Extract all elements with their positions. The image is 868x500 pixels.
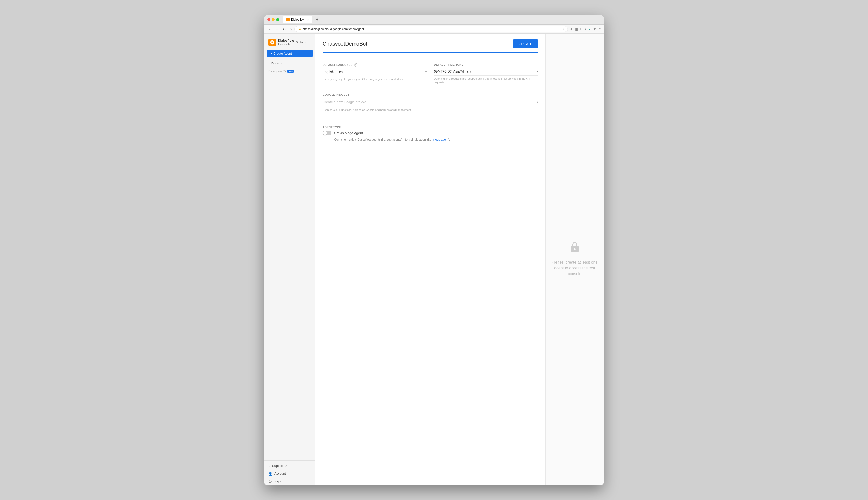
- maximize-button[interactable]: [276, 18, 279, 21]
- timezone-field: DEFAULT TIME ZONE (GMT+6:00) Asia/Almaty…: [434, 63, 538, 84]
- agent-name-row: CREATE: [323, 39, 538, 53]
- tab-bar: Dialogflow ✕ +: [283, 16, 601, 23]
- agent-name-input[interactable]: [323, 41, 509, 47]
- power-icon: ⏻: [268, 479, 272, 483]
- environment-selector[interactable]: Global ▾: [296, 41, 306, 44]
- sidebar-item-logout[interactable]: ⏻ Logout: [265, 477, 315, 485]
- browser-tab[interactable]: Dialogflow ✕: [283, 16, 312, 23]
- dropdown-arrow-icon-tz: ▾: [537, 70, 538, 73]
- form-area: CREATE DEFAULT LANGUAGE ? English — en ▾: [315, 34, 545, 485]
- account-icon: 👤: [268, 471, 273, 476]
- browser-window: Dialogflow ✕ + ← → ↻ ⌂ 🔒 https://dialogf…: [265, 15, 603, 485]
- google-project-select[interactable]: Create a new Google project ▾: [323, 98, 538, 106]
- lock-icon: [569, 242, 580, 255]
- tab-close-button[interactable]: ✕: [307, 18, 309, 21]
- logo-icon: [268, 38, 276, 46]
- right-panel-message: Please, create at least one agent to acc…: [552, 260, 598, 277]
- toolbar-icons: ⬇ ||| □ ℹ ● ▼ ≡: [570, 27, 601, 31]
- address-bar: ← → ↻ ⌂ 🔒 https://dialogflow.cloud.googl…: [265, 25, 603, 34]
- timezone-hint: Date and time requests are resolved usin…: [434, 77, 538, 84]
- dialogflow-cx-label: Dialogflow CX: [268, 70, 287, 73]
- right-panel: Please, create at least one agent to acc…: [545, 34, 603, 485]
- language-timezone-row: DEFAULT LANGUAGE ? English — en ▾ Primar…: [323, 58, 538, 90]
- info-icon[interactable]: ℹ: [585, 27, 586, 31]
- logo-title: Dialogflow: [278, 39, 294, 43]
- filter-icon[interactable]: ▼: [593, 27, 596, 31]
- dropdown-arrow-icon-project: ▾: [537, 100, 538, 104]
- google-project-label: GOOGLE PROJECT: [323, 89, 538, 98]
- star-icon[interactable]: ☆: [562, 27, 564, 30]
- language-value: English — en: [323, 70, 343, 74]
- support-label: Support: [272, 464, 283, 467]
- google-project-section: GOOGLE PROJECT Create a new Google proje…: [323, 89, 538, 112]
- language-label: DEFAULT LANGUAGE ?: [323, 63, 427, 67]
- pocket-icon[interactable]: ⬇: [570, 27, 573, 31]
- agent-type-label: AGENT TYPE: [323, 122, 538, 130]
- sidebar-item-support[interactable]: ? Support ↗: [265, 462, 315, 470]
- sidebar-logo: Dialogflow Essentials Global ▾: [265, 36, 315, 50]
- project-placeholder: Create a new Google project: [323, 100, 366, 104]
- home-button[interactable]: ⌂: [289, 27, 292, 32]
- sidebar-bottom: ? Support ↗ 👤 Account ⏻ Logout: [265, 460, 315, 485]
- logo-subtitle: Essentials: [278, 43, 294, 46]
- chevron-down-icon: ▾: [304, 41, 306, 44]
- logo-text: Dialogflow Essentials: [278, 39, 294, 46]
- timezone-value: (GMT+6:00) Asia/Almaty: [434, 69, 471, 73]
- mega-agent-toggle[interactable]: [323, 130, 331, 135]
- dropdown-arrow-icon: ▾: [425, 70, 427, 73]
- url-bar[interactable]: 🔒 https://dialogflow.cloud.google.com/#/…: [294, 26, 568, 32]
- external-link-icon: ↗: [280, 62, 282, 65]
- language-help-icon[interactable]: ?: [354, 63, 358, 67]
- security-icon: 🔒: [298, 27, 301, 30]
- mega-agent-toggle-row: Set as Mega Agent: [323, 130, 538, 135]
- new-badge: new: [288, 70, 293, 73]
- toggle-knob: [323, 131, 327, 135]
- external-link-icon: ↗: [285, 464, 287, 467]
- refresh-button[interactable]: ↻: [282, 27, 287, 32]
- main-layout: Dialogflow Essentials Global ▾ + Create …: [265, 34, 603, 485]
- mega-agent-link[interactable]: mega agent: [433, 138, 448, 141]
- content-area: CREATE DEFAULT LANGUAGE ? English — en ▾: [315, 34, 603, 485]
- mega-agent-label: Set as Mega Agent: [334, 131, 363, 135]
- dialogflow-cx-item[interactable]: Dialogflow CX new: [265, 67, 315, 74]
- account-label: Account: [274, 471, 286, 475]
- create-agent-button[interactable]: + Create Agent: [267, 50, 313, 57]
- create-button[interactable]: CREATE: [513, 39, 538, 48]
- logout-label: Logout: [274, 479, 283, 483]
- language-hint: Primary language for your agent. Other l…: [323, 78, 427, 81]
- chevron-right-icon: ›: [268, 61, 269, 65]
- project-hint: Enables Cloud functions, Actions on Goog…: [323, 109, 412, 111]
- sidebar-item-docs[interactable]: › Docs ↗: [265, 60, 315, 67]
- tab-favicon: [286, 18, 290, 21]
- docs-label: Docs: [271, 61, 279, 65]
- agent-type-section: AGENT TYPE Set as Mega Agent Combine mul…: [323, 118, 538, 146]
- timezone-label: DEFAULT TIME ZONE: [434, 63, 538, 66]
- environment-label: Global: [296, 41, 304, 44]
- ublock-icon[interactable]: ●: [589, 27, 590, 31]
- sidebar-item-account[interactable]: 👤 Account: [265, 470, 315, 477]
- language-field: DEFAULT LANGUAGE ? English — en ▾ Primar…: [323, 63, 427, 84]
- back-button[interactable]: ←: [267, 27, 273, 32]
- sidebar: Dialogflow Essentials Global ▾ + Create …: [265, 34, 315, 485]
- reader-icon[interactable]: |||: [575, 27, 578, 31]
- timezone-select[interactable]: (GMT+6:00) Asia/Almaty ▾: [434, 68, 538, 76]
- pip-icon[interactable]: □: [580, 27, 582, 31]
- question-circle-icon: ?: [268, 464, 270, 468]
- mega-agent-description: Combine multiple Dialogflow agents (i.e.…: [334, 137, 538, 142]
- new-tab-button[interactable]: +: [314, 17, 320, 22]
- create-agent-label: + Create Agent: [271, 52, 292, 55]
- close-button[interactable]: [267, 18, 270, 21]
- menu-icon[interactable]: ≡: [599, 27, 601, 31]
- title-bar: Dialogflow ✕ +: [265, 15, 603, 25]
- forward-button[interactable]: →: [275, 27, 280, 32]
- language-select[interactable]: English — en ▾: [323, 68, 427, 76]
- url-text: https://dialogflow.cloud.google.com/#/ne…: [302, 27, 561, 31]
- traffic-lights: [267, 18, 279, 21]
- minimize-button[interactable]: [272, 18, 275, 21]
- tab-title: Dialogflow: [291, 18, 304, 21]
